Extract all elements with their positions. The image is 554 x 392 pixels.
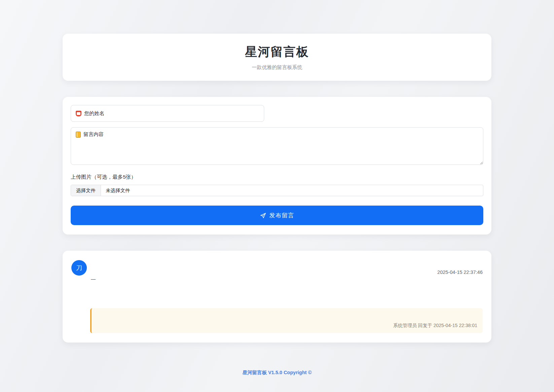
page-title: 星河留言板	[245, 44, 309, 60]
upload-label: 上传图片（可选，最多5张）	[71, 174, 483, 181]
submit-button[interactable]: 发布留言	[71, 206, 483, 225]
avatar: 刀	[71, 260, 87, 276]
page-subtitle: 一款优雅的留言板系统	[252, 64, 302, 71]
paper-plane-icon	[260, 212, 266, 219]
post-form-card: 您的姓名 留言内容 上传图片（可选，最多5张） 选择文件 未选择文件 发布留言	[63, 97, 491, 235]
file-input[interactable]: 选择文件 未选择文件	[71, 185, 483, 196]
name-input[interactable]	[71, 105, 264, 122]
message-content: —	[91, 276, 483, 308]
message-textarea[interactable]	[71, 127, 483, 165]
footer-link[interactable]: 星河留言板 V1.5.0 Copyright ©	[242, 370, 312, 375]
submit-button-label: 发布留言	[269, 211, 294, 219]
name-field-wrap: 您的姓名	[71, 105, 483, 122]
header-card: 星河留言板 一款优雅的留言板系统	[63, 34, 491, 81]
message-header: 刀 2025-04-15 22:37:46	[71, 260, 483, 276]
footer: 星河留言板 V1.5.0 Copyright ©	[63, 369, 491, 376]
message-author-wrap: 刀	[71, 260, 91, 276]
page-container: 星河留言板 一款优雅的留言板系统 您的姓名 留言内容 上传图片（可选，最多5张）…	[63, 34, 491, 376]
admin-reply-box: 系统管理员 回复于 2025-04-15 22:38:01	[90, 308, 483, 333]
file-status-text: 未选择文件	[101, 185, 130, 196]
choose-file-button[interactable]: 选择文件	[71, 185, 101, 196]
message-card: 刀 2025-04-15 22:37:46 — 系统管理员 回复于 2025-0…	[63, 251, 491, 343]
message-timestamp: 2025-04-15 22:37:46	[437, 260, 483, 275]
message-field-wrap: 留言内容	[71, 122, 483, 166]
reply-attribution: 系统管理员 回复于 2025-04-15 22:38:01	[393, 323, 477, 329]
